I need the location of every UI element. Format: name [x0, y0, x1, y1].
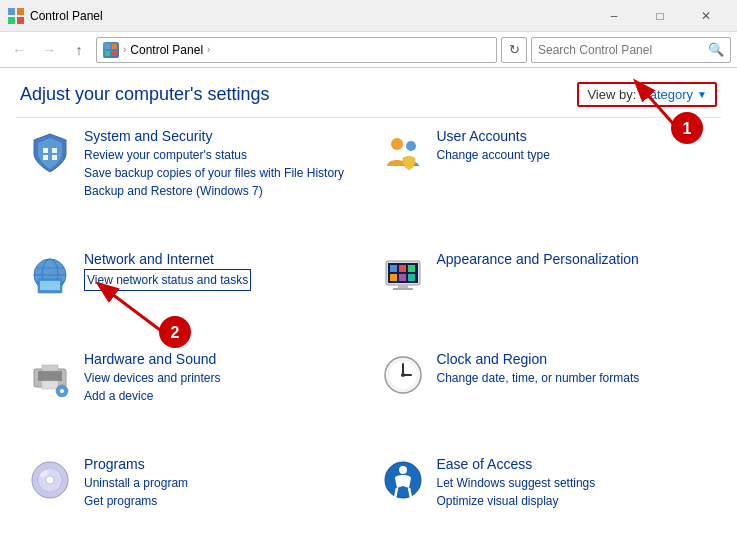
- search-icon: 🔍: [708, 42, 724, 57]
- svg-rect-5: [112, 44, 117, 49]
- svg-rect-30: [393, 288, 413, 290]
- svg-rect-20: [40, 281, 60, 290]
- panel-user-accounts: User Accounts Change account type: [369, 118, 722, 241]
- programs-link2[interactable]: Get programs: [84, 492, 359, 510]
- svg-rect-10: [43, 155, 48, 160]
- app-icon: [8, 8, 24, 24]
- viewby-label: View by:: [587, 87, 636, 102]
- panels-grid: System and Security Review your computer…: [0, 118, 737, 551]
- svg-rect-11: [52, 155, 57, 160]
- svg-rect-26: [390, 274, 397, 281]
- svg-point-36: [60, 389, 64, 393]
- svg-rect-1: [17, 8, 24, 15]
- svg-rect-28: [408, 274, 415, 281]
- close-button[interactable]: ✕: [683, 0, 729, 32]
- hardware-sound-link1[interactable]: View devices and printers: [84, 369, 359, 387]
- view-by-control[interactable]: View by: Category ▼: [577, 82, 717, 107]
- title-bar: Control Panel – □ ✕: [0, 0, 737, 32]
- svg-point-12: [391, 138, 403, 150]
- panel-clock-region: Clock and Region Change date, time, or n…: [369, 341, 722, 446]
- user-accounts-link1[interactable]: Change account type: [437, 146, 712, 164]
- clock-region-title[interactable]: Clock and Region: [437, 351, 712, 367]
- viewby-value: Category: [640, 87, 693, 102]
- path-segment1: Control Panel: [130, 43, 203, 57]
- appearance-icon: [379, 251, 427, 299]
- panel-ease-of-access: Ease of Access Let Windows suggest setti…: [369, 446, 722, 551]
- svg-rect-6: [105, 51, 110, 56]
- programs-link1[interactable]: Uninstall a program: [84, 474, 359, 492]
- system-security-link1[interactable]: Review your computer's status: [84, 146, 359, 164]
- svg-point-41: [401, 373, 405, 377]
- svg-rect-2: [8, 17, 15, 24]
- svg-rect-23: [390, 265, 397, 272]
- svg-rect-9: [52, 148, 57, 153]
- appearance-title[interactable]: Appearance and Personalization: [437, 251, 712, 267]
- system-security-link2[interactable]: Save backup copies of your files with Fi…: [84, 164, 359, 182]
- programs-text: Programs Uninstall a program Get program…: [84, 456, 359, 510]
- window-controls: – □ ✕: [591, 0, 729, 32]
- address-bar: ← → ↑ › Control Panel › ↻ 🔍: [0, 32, 737, 68]
- svg-rect-7: [112, 51, 117, 56]
- svg-rect-25: [408, 265, 415, 272]
- hardware-sound-text: Hardware and Sound View devices and prin…: [84, 351, 359, 405]
- user-accounts-text: User Accounts Change account type: [437, 128, 712, 164]
- path-icon: [103, 42, 119, 58]
- appearance-text: Appearance and Personalization: [437, 251, 712, 269]
- svg-rect-34: [42, 381, 58, 389]
- user-accounts-title[interactable]: User Accounts: [437, 128, 712, 144]
- svg-rect-4: [105, 44, 110, 49]
- viewby-arrow: ▼: [697, 89, 707, 100]
- system-security-title[interactable]: System and Security: [84, 128, 359, 144]
- path-separator2: ›: [207, 44, 210, 55]
- page-title: Adjust your computer's settings: [20, 84, 270, 105]
- search-input[interactable]: [538, 43, 708, 57]
- svg-rect-33: [42, 365, 58, 371]
- hardware-sound-link2[interactable]: Add a device: [84, 387, 359, 405]
- svg-point-47: [399, 466, 407, 474]
- maximize-button[interactable]: □: [637, 0, 683, 32]
- main-content: Adjust your computer's settings View by:…: [0, 68, 737, 551]
- network-internet-icon: [26, 251, 74, 299]
- system-security-icon: [26, 128, 74, 176]
- refresh-button[interactable]: ↻: [501, 37, 527, 63]
- panel-appearance: Appearance and Personalization: [369, 241, 722, 340]
- address-path[interactable]: › Control Panel ›: [96, 37, 497, 63]
- forward-button[interactable]: →: [36, 37, 62, 63]
- ease-of-access-icon: [379, 456, 427, 504]
- svg-rect-3: [17, 17, 24, 24]
- svg-point-44: [46, 476, 54, 484]
- svg-rect-8: [43, 148, 48, 153]
- network-internet-title[interactable]: Network and Internet: [84, 251, 359, 267]
- svg-rect-29: [398, 285, 408, 288]
- ease-of-access-link2[interactable]: Optimize visual display: [437, 492, 712, 510]
- programs-title[interactable]: Programs: [84, 456, 359, 472]
- minimize-button[interactable]: –: [591, 0, 637, 32]
- svg-rect-32: [38, 371, 62, 381]
- clock-region-text: Clock and Region Change date, time, or n…: [437, 351, 712, 387]
- clock-region-link1[interactable]: Change date, time, or number formats: [437, 369, 712, 387]
- network-internet-text: Network and Internet View network status…: [84, 251, 359, 291]
- search-box[interactable]: 🔍: [531, 37, 731, 63]
- clock-region-icon: [379, 351, 427, 399]
- hardware-sound-icon: [26, 351, 74, 399]
- svg-rect-24: [399, 265, 406, 272]
- ease-of-access-title[interactable]: Ease of Access: [437, 456, 712, 472]
- content-header: Adjust your computer's settings View by:…: [0, 68, 737, 117]
- user-accounts-icon: [379, 128, 427, 176]
- svg-rect-27: [399, 274, 406, 281]
- panel-system-security: System and Security Review your computer…: [16, 118, 369, 241]
- ease-of-access-link1[interactable]: Let Windows suggest settings: [437, 474, 712, 492]
- back-button[interactable]: ←: [6, 37, 32, 63]
- svg-point-13: [406, 141, 416, 151]
- path-separator1: ›: [123, 44, 126, 55]
- hardware-sound-title[interactable]: Hardware and Sound: [84, 351, 359, 367]
- programs-icon: [26, 456, 74, 504]
- system-security-text: System and Security Review your computer…: [84, 128, 359, 200]
- panel-network-internet: Network and Internet View network status…: [16, 241, 369, 340]
- svg-rect-0: [8, 8, 15, 15]
- network-internet-link1[interactable]: View network status and tasks: [84, 269, 251, 291]
- window-title: Control Panel: [30, 9, 591, 23]
- up-button[interactable]: ↑: [66, 37, 92, 63]
- system-security-link3[interactable]: Backup and Restore (Windows 7): [84, 182, 359, 200]
- panel-hardware-sound: Hardware and Sound View devices and prin…: [16, 341, 369, 446]
